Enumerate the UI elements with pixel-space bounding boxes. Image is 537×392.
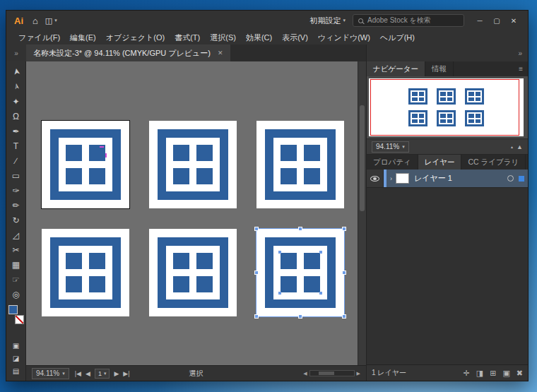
mesh-tool[interactable]: ▦ [8,257,25,272]
adobe-stock-search-input[interactable]: Adobe Stock を検索 [353,14,464,27]
horizontal-scrollbar-thumb[interactable] [319,372,334,375]
selection-handle[interactable] [342,271,346,275]
scissors-tool[interactable]: ✂ [8,242,25,257]
selection-handle[interactable] [298,227,302,231]
visibility-toggle[interactable] [367,170,384,187]
navigator-tab[interactable]: 情報 [425,61,454,76]
zoom-tool[interactable]: ◎ [8,287,25,302]
selection-handle[interactable] [254,271,259,275]
layer-selection-indicator[interactable] [519,176,524,182]
direct-selection-tool[interactable]: ➢ [7,77,25,96]
layer-name[interactable]: レイヤー 1 [409,173,507,184]
paintbrush-tool[interactable]: ✑ [8,183,25,198]
pencil-tool[interactable]: ✏ [8,198,25,213]
artwork-tile[interactable] [256,229,344,316]
workspace-switcher[interactable]: 初期設定 ▾ [309,16,346,26]
arrange-documents-button[interactable]: ◫ ▾ [45,16,57,25]
zoom-out-icon[interactable]: ▴ [511,144,513,149]
hand-tool[interactable]: ☞ [8,272,25,287]
tile-dots [281,253,320,292]
next-artboard-button[interactable]: ▶ [114,370,119,377]
fill-swatch[interactable] [8,305,18,314]
canvas[interactable] [26,61,366,365]
panel-tab[interactable]: CC ライブラリ [461,155,526,170]
last-artboard-button[interactable]: ▶| [123,370,129,377]
toolbar-expand-icon[interactable]: » [6,44,26,61]
artwork-tile[interactable] [42,121,129,208]
first-artboard-button[interactable]: |◀ [75,370,81,377]
artwork-tile[interactable] [149,229,237,316]
menu-item[interactable]: ウィンドウ(W) [313,32,375,43]
menu-item[interactable]: 効果(C) [241,32,277,43]
tile-dots [66,253,105,292]
layer-row[interactable]: ›レイヤー 1 [367,170,528,188]
screen-mode-icon[interactable]: ▤ [8,364,25,377]
navigator-zoom-dropdown[interactable]: 94.11% ▾ [372,141,409,153]
expand-layer-icon[interactable]: › [386,175,396,182]
minimize-button[interactable]: ─ [471,17,488,25]
close-tab-icon[interactable]: ✕ [218,49,223,57]
horizontal-scrollbar-track[interactable] [309,370,355,376]
panel-menu-icon[interactable]: ≡ [519,61,528,76]
fill-stroke-swatches[interactable] [8,305,25,324]
vertical-scrollbar-thumb[interactable] [360,105,365,211]
rotate-tool[interactable]: ↻ [8,213,25,227]
artboard-number-field[interactable]: 1 ▾ [95,369,110,379]
navigator-mini-dot [419,97,425,102]
artwork-tile[interactable] [256,121,344,208]
line-segment-tool[interactable]: ∕ [8,153,25,168]
tile-dots [173,145,213,184]
panel-tab[interactable]: レイヤー [418,155,462,170]
menu-item[interactable]: オブジェクト(O) [101,32,170,43]
menu-item[interactable]: 表示(V) [277,32,313,43]
vertical-scrollbar[interactable] [358,61,366,365]
layer-target-icon[interactable] [507,175,514,182]
locate-object-icon[interactable]: ✛ [464,369,470,378]
selection-handle[interactable] [298,314,302,319]
selection-handle[interactable] [254,227,259,231]
layer-thumbnail[interactable] [396,173,409,184]
menu-item[interactable]: ヘルプ(H) [375,32,420,43]
artwork-tile[interactable] [42,229,129,316]
new-layer-icon[interactable]: ▣ [502,369,509,378]
prev-artboard-button[interactable]: ◀ [85,370,90,377]
close-button[interactable]: ✕ [505,17,522,25]
delete-icon[interactable]: ✖ [517,369,523,378]
horizontal-scrollbar[interactable]: ◀ ▶ [303,370,360,376]
type-tool[interactable]: T [8,138,25,153]
selection-handle[interactable] [254,314,259,319]
zoom-in-icon[interactable]: ▲ [517,143,523,150]
artwork-tile[interactable] [149,121,237,208]
navigator-tab[interactable]: ナビゲーター [367,61,425,76]
selection-handle[interactable] [342,227,346,231]
menu-item[interactable]: 編集(E) [65,32,101,43]
scroll-left-icon[interactable]: ◀ [303,371,307,376]
anchor-point [319,251,322,254]
home-icon[interactable]: ⌂ [33,16,38,26]
menubar: ファイル(F)編集(E)オブジェクト(O)書式(T)選択(S)効果(C)表示(V… [6,30,528,44]
menu-item[interactable]: 選択(S) [205,32,241,43]
stray-anchor-mark [100,146,104,148]
panel-collapse-button[interactable]: » [366,44,528,61]
draw-behind-mode-icon[interactable]: ◪ [8,352,25,364]
draw-normal-mode-icon[interactable]: ▣ [8,339,25,352]
scale-tool[interactable]: ◿ [8,227,25,242]
panel-tab[interactable]: プロパティ [367,155,418,170]
pen-tool[interactable]: ✒ [8,124,25,138]
stroke-swatch[interactable] [15,315,24,324]
scroll-right-icon[interactable]: ▶ [357,371,360,376]
new-sublayer-icon[interactable]: ⊞ [490,369,496,378]
anchor-point [319,292,322,295]
menu-item[interactable]: ファイル(F) [13,32,65,43]
lasso-tool[interactable]: Ω [8,109,25,124]
clipping-mask-icon[interactable]: ◨ [476,369,483,378]
zoom-level-dropdown[interactable]: 94.11% ▾ [32,368,69,379]
selection-handle[interactable] [342,314,346,319]
menu-item[interactable]: 書式(T) [170,32,205,43]
navigator-panel[interactable] [367,76,528,138]
maximize-button[interactable]: ▢ [488,17,505,25]
illustrator-logo[interactable]: Ai [12,16,25,26]
tile-dot [173,276,189,292]
document-tab[interactable]: 名称未設定-3* @ 94.11% (CMYK/GPU プレビュー) ✕ [26,44,230,61]
rectangle-tool[interactable]: ▭ [8,168,25,183]
